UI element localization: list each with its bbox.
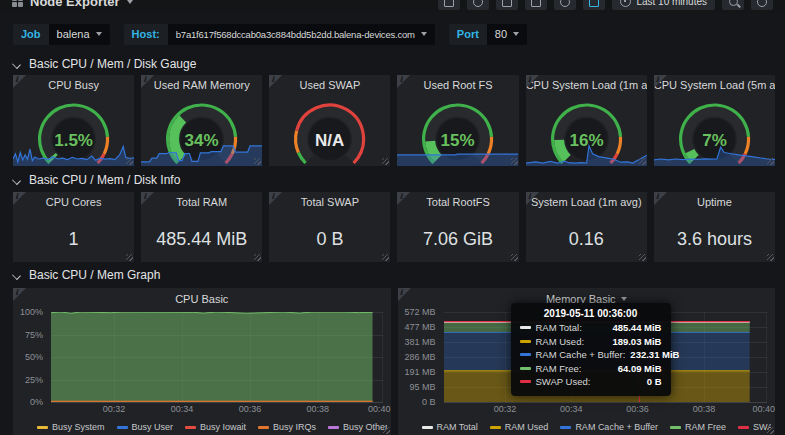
legend-item[interactable]: RAM Cache + Buffer <box>560 422 658 432</box>
chevron-down-icon <box>621 297 627 301</box>
save-icon[interactable] <box>525 0 547 10</box>
panel-info-icon[interactable]: i <box>13 288 26 301</box>
legend-item[interactable]: RAM Free <box>670 422 726 432</box>
panel-resize-handle[interactable] <box>767 254 774 261</box>
variable-job-dropdown[interactable]: balena <box>49 24 110 45</box>
stat-panel-title[interactable]: Total RootFS <box>397 196 518 208</box>
gauge-panel: iCPU System Load (5m avg)7% <box>654 75 775 166</box>
gauge-panel: iUsed Root FS15% <box>397 75 518 166</box>
legend-color-dash <box>490 426 501 429</box>
stat-panel: iTotal RAM485.44 MiB <box>141 192 262 262</box>
stat-panel-title[interactable]: Total SWAP <box>269 196 390 208</box>
legend-item[interactable]: Busy System <box>37 422 105 432</box>
memory-graph-legend: RAM TotalRAM UsedRAM Cache + BufferRAM F… <box>422 422 772 432</box>
gauge-panel-title[interactable]: CPU System Load (1m avg) <box>526 79 647 91</box>
y-tick-label: 75% <box>25 330 43 340</box>
legend-item[interactable]: Busy Iowait <box>185 422 246 432</box>
y-tick-label: 286 MB <box>404 352 435 362</box>
cpu-basic-graph-panel: i CPU Basic 100%75%50%25%0% 00:3200:3400… <box>13 288 391 435</box>
panel-info-icon[interactable]: i <box>13 75 26 88</box>
cpu-x-axis: 00:3200:3400:3600:3800:40 <box>51 404 383 416</box>
panel-resize-handle[interactable] <box>511 158 518 165</box>
dashboard-title[interactable]: Node Exporter <box>30 0 120 9</box>
stat-panel-row: iCPU Cores1iTotal RAM485.44 MiBiTotal SW… <box>13 192 775 262</box>
gauge-sparkline <box>13 142 134 166</box>
gauge-panel-title[interactable]: Used Root FS <box>397 79 518 91</box>
gauge-panel-title[interactable]: Used RAM Memory <box>141 79 262 91</box>
gridline-horizontal <box>51 402 383 403</box>
panel-info-icon[interactable]: i <box>526 75 539 88</box>
panel-info-icon[interactable]: i <box>269 75 282 88</box>
cpu-plot-area[interactable] <box>51 312 383 402</box>
panel-resize-handle[interactable] <box>254 158 261 165</box>
cpu-graph-title[interactable]: CPU Basic <box>13 293 391 305</box>
variable-host-label: Host: <box>124 24 168 45</box>
gauge-panel-title[interactable]: CPU System Load (5m avg) <box>654 79 775 91</box>
panel-info-icon[interactable]: i <box>397 75 410 88</box>
panel-resize-handle[interactable] <box>639 158 646 165</box>
panel-info-icon[interactable]: i <box>397 192 410 205</box>
stat-panel: iSystem Load (1m avg)0.16 <box>526 192 647 262</box>
stat-panel-title[interactable]: Total RAM <box>141 196 262 208</box>
legend-item[interactable]: RAM Used <box>490 422 549 432</box>
variable-host-dropdown[interactable]: b7a1f617f568dccab0a3c884bdd5b2dd.balena-… <box>168 24 435 45</box>
gauge-panel: iUsed RAM Memory34% <box>141 75 262 166</box>
tooltip-row: RAM Free:64.09 MiB <box>520 363 662 374</box>
tooltip-row: SWAP Used:0 B <box>520 376 662 387</box>
settings-gear-icon[interactable] <box>554 0 576 10</box>
panel-info-icon[interactable]: i <box>398 288 411 301</box>
legend-item[interactable]: Busy Other <box>328 422 386 432</box>
panel-resize-handle[interactable] <box>126 254 133 261</box>
legend-item[interactable]: Busy User <box>117 422 174 432</box>
legend-item[interactable]: RAM Total <box>422 422 478 432</box>
panel-info-icon[interactable]: i <box>141 75 154 88</box>
time-range-picker[interactable]: Last 10 minutes <box>612 0 715 10</box>
stat-panel: iUptime3.6 hours <box>654 192 775 262</box>
legend-color-dash <box>560 426 571 429</box>
panel-resize-handle[interactable] <box>382 254 389 261</box>
chevron-down-icon <box>13 271 21 279</box>
y-tick-label: 0% <box>30 397 43 407</box>
share-icon[interactable] <box>496 0 518 10</box>
graph-panel-row: i CPU Basic 100%75%50%25%0% 00:3200:3400… <box>13 288 775 435</box>
panel-info-icon[interactable]: i <box>269 192 282 205</box>
variable-port-dropdown[interactable]: 80 <box>487 24 527 45</box>
x-tick-label: 00:36 <box>239 404 262 414</box>
stat-panel-title[interactable]: Uptime <box>654 196 775 208</box>
legend-label: RAM Total <box>437 422 478 432</box>
add-panel-icon[interactable] <box>438 0 460 10</box>
panel-info-icon[interactable]: i <box>141 192 154 205</box>
refresh-icon[interactable] <box>751 0 773 10</box>
star-icon[interactable] <box>467 0 489 10</box>
tooltip-series-label: RAM Used: <box>536 336 608 347</box>
section-graph-header[interactable]: Basic CPU / Mem Graph <box>13 266 160 284</box>
x-tick-label: 00:40 <box>368 404 391 414</box>
legend-color-dash <box>258 426 269 429</box>
section-gauge-header[interactable]: Basic CPU / Mem / Disk Gauge <box>13 55 196 73</box>
panel-info-icon[interactable]: i <box>526 192 539 205</box>
panel-resize-handle[interactable] <box>383 427 390 434</box>
zoom-out-icon[interactable] <box>722 0 744 10</box>
section-info-header[interactable]: Basic CPU / Mem / Disk Info <box>13 171 180 189</box>
panel-info-icon[interactable]: i <box>654 75 667 88</box>
panel-resize-handle[interactable] <box>767 427 774 434</box>
gauge-panel-title[interactable]: CPU Busy <box>13 79 134 91</box>
stat-panel-title[interactable]: System Load (1m avg) <box>526 196 647 208</box>
x-tick-label: 00:32 <box>494 404 517 414</box>
panel-info-icon[interactable]: i <box>654 192 667 205</box>
panel-resize-handle[interactable] <box>511 254 518 261</box>
cycle-view-icon[interactable] <box>583 0 605 10</box>
gauge-panel-title[interactable]: Used SWAP <box>269 79 390 91</box>
x-tick-label: 00:34 <box>560 404 583 414</box>
stat-panel-title[interactable]: CPU Cores <box>13 196 134 208</box>
gauge-sparkline <box>654 142 775 166</box>
panel-resize-handle[interactable] <box>767 158 774 165</box>
panel-resize-handle[interactable] <box>639 254 646 261</box>
legend-label: Busy Other <box>343 422 386 432</box>
legend-item[interactable]: Busy IRQs <box>258 422 316 432</box>
panel-resize-handle[interactable] <box>382 158 389 165</box>
panel-resize-handle[interactable] <box>126 158 133 165</box>
panel-info-icon[interactable]: i <box>13 192 26 205</box>
panel-resize-handle[interactable] <box>254 254 261 261</box>
tooltip-series-dash <box>520 367 531 370</box>
